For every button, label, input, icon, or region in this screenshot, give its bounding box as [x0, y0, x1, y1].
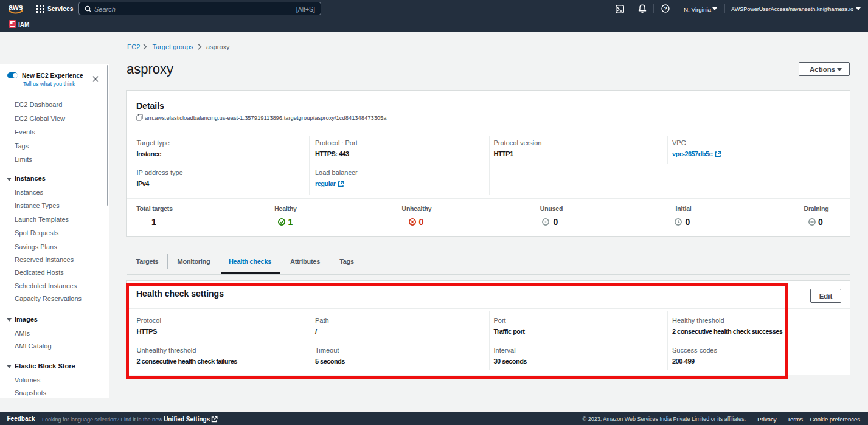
svg-text:?: ? [664, 5, 667, 12]
svg-text:aws: aws [9, 3, 23, 12]
